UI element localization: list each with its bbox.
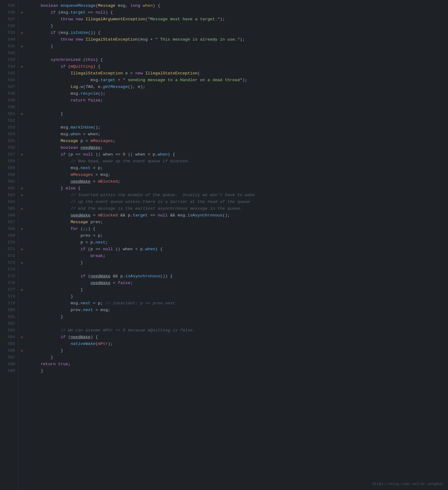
token-plain: == xyxy=(148,213,158,218)
gutter-icon[interactable]: ▷ xyxy=(18,259,26,266)
token-plain: = xyxy=(90,213,98,218)
gutter-icon[interactable]: ▷ xyxy=(18,334,26,341)
line-number: 577 xyxy=(0,286,18,293)
token-plain: (msg + xyxy=(138,37,155,42)
gutter-icon[interactable] xyxy=(18,2,26,9)
code-line: IllegalStateException e = new IllegalSta… xyxy=(31,70,448,77)
gutter-icon[interactable] xyxy=(18,36,26,43)
gutter-icon[interactable] xyxy=(18,138,26,144)
line-number: 559 xyxy=(0,165,18,172)
gutter-icon[interactable] xyxy=(18,158,26,165)
gutter-icon[interactable]: ▷ xyxy=(18,63,26,70)
gutter-icon[interactable] xyxy=(18,77,26,84)
line-number: 571 xyxy=(0,246,18,253)
token-kw: break xyxy=(90,254,103,258)
gutter-icon[interactable]: ▷ xyxy=(18,111,26,117)
gutter-icon[interactable] xyxy=(18,90,26,97)
token-str: " This message is already in use." xyxy=(155,37,240,42)
token-prop: next xyxy=(83,308,93,312)
gutter-icon[interactable]: ▷ xyxy=(18,205,26,212)
gutter-icon[interactable] xyxy=(18,314,26,320)
gutter-icon[interactable]: ▷ xyxy=(18,9,26,16)
gutter-icon[interactable] xyxy=(18,327,26,334)
gutter-icon[interactable]: ▷ xyxy=(18,192,26,199)
gutter-icon[interactable]: ▷ xyxy=(18,286,26,293)
token-plain: = xyxy=(90,179,98,184)
token-kw: if xyxy=(61,335,65,339)
token-plain xyxy=(78,145,81,150)
gutter-icon[interactable]: ▷ xyxy=(18,246,26,253)
code-line: Message prev; xyxy=(31,219,448,226)
token-underline: needWake xyxy=(90,281,110,285)
gutter-icon[interactable] xyxy=(18,307,26,314)
gutter-icon[interactable]: ▷ xyxy=(18,43,26,50)
gutter-icon[interactable] xyxy=(18,131,26,138)
gutter-icon[interactable] xyxy=(18,23,26,30)
code-line: break; xyxy=(31,253,448,259)
code-line: msg.target + " sending message to a Hand… xyxy=(31,77,448,84)
gutter-icon[interactable] xyxy=(18,341,26,347)
code-line: return true; xyxy=(31,361,448,368)
token-plain: } xyxy=(81,260,83,265)
token-plain: } xyxy=(51,24,53,28)
token-plain: p = p. xyxy=(81,240,96,245)
line-number: 576 xyxy=(0,280,18,286)
token-fn: w xyxy=(81,85,83,89)
gutter-icon[interactable]: ▷ xyxy=(18,151,26,158)
gutter-icon[interactable] xyxy=(18,219,26,226)
token-plain: ( xyxy=(65,335,70,339)
token-plain: ; xyxy=(105,240,108,245)
line-number: 548 xyxy=(0,90,18,97)
gutter-icon[interactable] xyxy=(18,104,26,111)
gutter-icon[interactable]: ▷ xyxy=(18,30,26,36)
gutter-icon[interactable] xyxy=(18,84,26,90)
gutter-icon[interactable] xyxy=(18,273,26,280)
gutter-icon[interactable] xyxy=(18,178,26,185)
gutter-icon[interactable] xyxy=(18,361,26,368)
line-number: 538 xyxy=(0,23,18,30)
gutter-icon[interactable] xyxy=(18,293,26,300)
gutter-icon[interactable] xyxy=(18,300,26,307)
token-kw: if xyxy=(81,247,85,251)
gutter-icon[interactable] xyxy=(18,266,26,273)
gutter-icon[interactable]: ▷ xyxy=(18,347,26,354)
code-line: msg.next = p; xyxy=(31,165,448,172)
gutter-icon[interactable] xyxy=(18,320,26,327)
gutter-icon[interactable]: ▷ xyxy=(18,226,26,232)
token-comment: // invariant: p == prev.next xyxy=(105,301,175,306)
gutter-icon[interactable] xyxy=(18,124,26,131)
gutter-icon[interactable] xyxy=(18,239,26,246)
gutter-icon[interactable] xyxy=(18,280,26,286)
code-line: if (p == null || when == 0 || when < p.w… xyxy=(31,151,448,158)
token-underline: needWake xyxy=(71,213,91,218)
token-plain: || when == xyxy=(93,152,123,157)
gutter-icon[interactable] xyxy=(18,172,26,178)
gutter-icon[interactable] xyxy=(18,253,26,259)
gutter-icon[interactable]: ▷ xyxy=(18,185,26,192)
token-plain: msg. xyxy=(61,125,70,130)
gutter-icon[interactable] xyxy=(18,354,26,361)
gutter-icon[interactable] xyxy=(18,212,26,219)
line-number: 562 xyxy=(0,185,18,192)
gutter-icon[interactable] xyxy=(18,232,26,239)
token-plain: ) { xyxy=(90,335,98,339)
gutter-icon[interactable] xyxy=(18,117,26,124)
line-number: 554 xyxy=(0,131,18,138)
token-plain: msg. xyxy=(71,166,81,170)
gutter-icon[interactable] xyxy=(18,70,26,77)
token-plain: (msg. xyxy=(56,30,71,35)
gutter-icon[interactable] xyxy=(18,144,26,151)
gutter-icon[interactable] xyxy=(18,199,26,205)
code-line: } xyxy=(31,23,448,30)
gutter-icon[interactable] xyxy=(18,57,26,63)
token-str: "Message must have a target." xyxy=(148,17,220,22)
gutter-icon[interactable] xyxy=(18,368,26,374)
token-plain xyxy=(73,37,76,42)
gutter-icon[interactable] xyxy=(18,50,26,57)
gutter-icon[interactable] xyxy=(18,97,26,104)
gutter-icon[interactable] xyxy=(18,16,26,23)
line-number: 573 xyxy=(0,259,18,266)
token-plain: ); xyxy=(242,78,247,82)
gutter-icon[interactable] xyxy=(18,165,26,172)
line-number: 540 xyxy=(0,36,18,43)
